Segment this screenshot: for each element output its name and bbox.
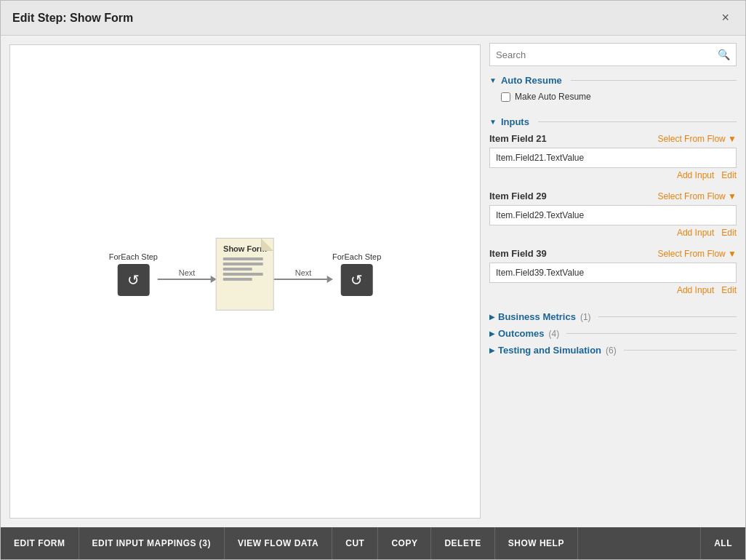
flow-canvas: ForEach Step ↺ Next Show Form xyxy=(9,44,481,519)
inputs-divider xyxy=(538,121,737,122)
field-21-header: Item Field 21 Select From Flow ▼ xyxy=(489,133,737,144)
field-39-actions: Add Input Edit xyxy=(489,285,737,295)
auto-resume-label: Auto Resume xyxy=(501,75,562,86)
field-block-21: Item Field 21 Select From Flow ▼ Add Inp… xyxy=(489,133,737,180)
dialog-footer: EDIT FORM EDIT INPUT MAPPINGS (3) VIEW F… xyxy=(1,527,745,559)
left-connector-line xyxy=(158,279,216,280)
field-29-header: Item Field 29 Select From Flow ▼ xyxy=(489,191,737,201)
edit-input-mappings-button[interactable]: EDIT INPUT MAPPINGS (3) xyxy=(79,527,225,559)
field-21-edit[interactable]: Edit xyxy=(721,170,737,180)
show-form-card[interactable]: Show Form xyxy=(216,238,274,311)
business-metrics-count: (1) xyxy=(580,312,591,322)
auto-resume-divider xyxy=(571,80,737,81)
edit-step-dialog: Edit Step: Show Form × ForEach Step ↺ Ne… xyxy=(0,0,746,560)
right-connector: Next xyxy=(274,268,332,280)
left-connector-label: Next xyxy=(179,268,196,277)
field-21-input[interactable] xyxy=(489,148,737,168)
field-21-select-from-flow[interactable]: Select From Flow ▼ xyxy=(657,134,737,144)
form-line-1 xyxy=(223,257,263,260)
copy-button[interactable]: COPY xyxy=(378,527,431,559)
left-foreach-node: ForEach Step ↺ xyxy=(109,252,158,296)
all-button[interactable]: ALL xyxy=(700,527,745,559)
outcomes-section[interactable]: ▶ Outcomes (4) xyxy=(489,328,737,339)
testing-label: Testing and Simulation xyxy=(498,345,601,356)
field-39-select-from-flow[interactable]: Select From Flow ▼ xyxy=(657,249,737,259)
field-39-input[interactable] xyxy=(489,263,737,283)
search-icon: 🔍 xyxy=(718,49,730,60)
right-node-icon: ↺ xyxy=(341,264,373,296)
left-node-icon: ↺ xyxy=(117,264,149,296)
business-metrics-section[interactable]: ▶ Business Metrics (1) xyxy=(489,311,737,322)
field-39-label: Item Field 39 xyxy=(489,248,547,259)
field-21-add-input[interactable]: Add Input xyxy=(677,170,714,180)
dialog-body: ForEach Step ↺ Next Show Form xyxy=(1,36,745,527)
testing-section[interactable]: ▶ Testing and Simulation (6) xyxy=(489,345,737,356)
right-foreach-node: ForEach Step ↺ xyxy=(332,252,381,296)
field-29-add-input[interactable]: Add Input xyxy=(677,228,714,238)
search-box[interactable]: 🔍 xyxy=(489,43,737,66)
form-line-5 xyxy=(223,278,252,281)
field-39-header: Item Field 39 Select From Flow ▼ xyxy=(489,248,737,259)
field-21-label: Item Field 21 xyxy=(489,133,547,144)
inputs-label: Inputs xyxy=(501,116,529,127)
business-metrics-label: Business Metrics xyxy=(498,311,576,322)
form-line-3 xyxy=(223,268,252,271)
testing-chevron: ▶ xyxy=(489,346,495,354)
business-metrics-chevron: ▶ xyxy=(489,313,495,321)
delete-button[interactable]: DELETE xyxy=(431,527,494,559)
auto-resume-chevron: ▼ xyxy=(489,76,497,84)
right-node-label: ForEach Step xyxy=(332,252,381,261)
field-block-29: Item Field 29 Select From Flow ▼ Add Inp… xyxy=(489,191,737,238)
close-button[interactable]: × xyxy=(717,9,734,27)
field-29-actions: Add Input Edit xyxy=(489,228,737,238)
outcomes-count: (4) xyxy=(549,329,560,339)
inputs-header[interactable]: ▼ Inputs xyxy=(489,116,737,127)
auto-resume-checkbox-row: Make Auto Resume xyxy=(489,92,737,102)
left-node-label: ForEach Step xyxy=(109,252,158,261)
inputs-section: ▼ Inputs Item Field 21 Select From Flow … xyxy=(489,116,737,305)
right-panel: 🔍 ▼ Auto Resume Make Auto Resume ▼ Inp xyxy=(481,36,745,527)
field-29-select-from-flow[interactable]: Select From Flow ▼ xyxy=(657,191,737,201)
view-flow-data-button[interactable]: VIEW FLOW DATA xyxy=(225,527,332,559)
right-connector-label: Next xyxy=(295,268,312,277)
auto-resume-checkbox-label: Make Auto Resume xyxy=(515,92,591,102)
search-input[interactable] xyxy=(496,49,718,60)
field-21-actions: Add Input Edit xyxy=(489,170,737,180)
field-block-39: Item Field 39 Select From Flow ▼ Add Inp… xyxy=(489,248,737,295)
cut-button[interactable]: CUT xyxy=(332,527,378,559)
business-metrics-divider xyxy=(598,316,737,317)
dialog-header: Edit Step: Show Form × xyxy=(1,1,745,36)
left-connector: Next xyxy=(158,268,216,280)
inputs-chevron: ▼ xyxy=(489,118,497,126)
field-29-edit[interactable]: Edit xyxy=(721,228,737,238)
outcomes-chevron: ▶ xyxy=(489,329,495,337)
form-line-2 xyxy=(223,263,263,265)
outcomes-label: Outcomes xyxy=(498,328,545,339)
auto-resume-section: ▼ Auto Resume Make Auto Resume xyxy=(489,75,737,108)
field-39-add-input[interactable]: Add Input xyxy=(677,285,714,295)
testing-count: (6) xyxy=(606,345,617,356)
form-lines xyxy=(223,257,267,281)
auto-resume-header[interactable]: ▼ Auto Resume xyxy=(489,75,737,86)
right-connector-line xyxy=(274,279,332,280)
field-29-label: Item Field 29 xyxy=(489,191,547,201)
dialog-title: Edit Step: Show Form xyxy=(12,12,133,25)
auto-resume-checkbox[interactable] xyxy=(501,92,510,102)
flow-diagram: ForEach Step ↺ Next Show Form xyxy=(109,238,382,311)
outcomes-divider xyxy=(566,333,737,334)
edit-form-button[interactable]: EDIT FORM xyxy=(1,527,79,559)
field-29-input[interactable] xyxy=(489,205,737,225)
show-form-title: Show Form xyxy=(223,244,267,253)
form-line-4 xyxy=(223,273,263,276)
field-39-edit[interactable]: Edit xyxy=(721,285,737,295)
show-help-button[interactable]: SHOW HELP xyxy=(495,527,578,559)
testing-divider xyxy=(624,350,737,351)
